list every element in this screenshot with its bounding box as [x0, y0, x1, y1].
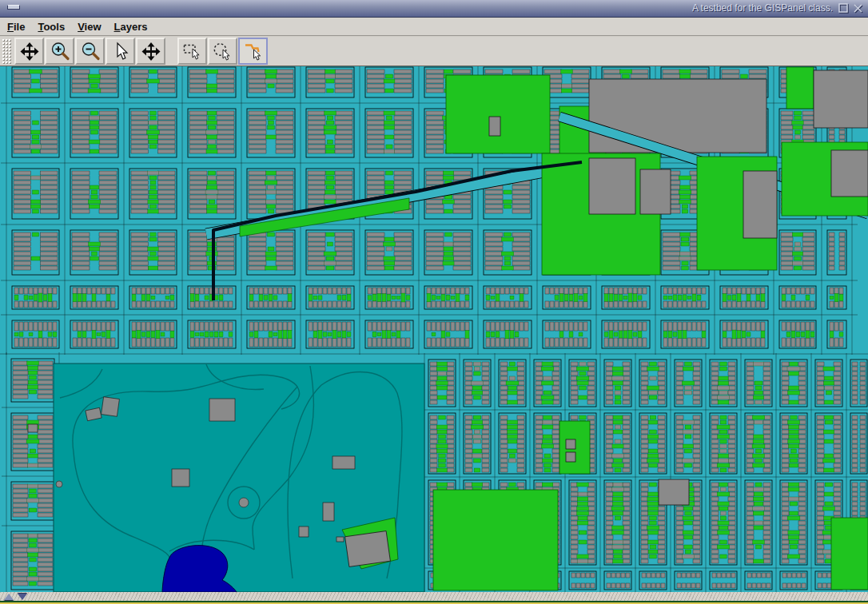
close-button[interactable]	[853, 3, 865, 15]
rect-select-tool-button[interactable]	[177, 38, 207, 65]
titlebar[interactable]: A testbed for the GISPanel class.	[0, 0, 868, 18]
pan-tool-button[interactable]	[14, 38, 44, 65]
dashed-circle-cursor-icon	[213, 42, 233, 62]
polyline-cursor-icon	[243, 42, 264, 62]
menu-item-layers[interactable]: Layers	[114, 21, 148, 33]
move-arrows-icon	[141, 42, 161, 62]
triangle-up-icon[interactable]	[4, 594, 14, 600]
zoom-in-tool-button[interactable]	[45, 38, 74, 65]
map-canvas[interactable]	[0, 66, 868, 592]
polyline-select-tool-button[interactable]	[238, 38, 268, 65]
gis-map[interactable]	[0, 66, 868, 592]
toolbar-grip[interactable]	[2, 38, 12, 65]
menu-item-tools[interactable]: Tools	[38, 21, 65, 33]
magnifier-minus-icon	[80, 42, 101, 62]
triangle-down-icon[interactable]	[18, 594, 27, 600]
window-menu-dash-icon[interactable]	[7, 5, 20, 10]
square-icon	[838, 3, 850, 15]
menu-item-file[interactable]: File	[7, 21, 25, 33]
x-icon	[853, 3, 865, 15]
toolbar-separator	[166, 38, 177, 65]
move-arrows-icon	[19, 42, 40, 62]
cursor-arrow-icon	[110, 42, 131, 62]
app-window: A testbed for the GISPanel class. FileTo…	[0, 0, 868, 604]
zoom-out-tool-button[interactable]	[75, 38, 105, 65]
magnifier-plus-icon	[50, 42, 70, 62]
maximize-button[interactable]	[838, 3, 850, 15]
scroll-strip[interactable]	[0, 592, 868, 601]
menu-item-view[interactable]: View	[78, 21, 101, 33]
circle-select-tool-button[interactable]	[208, 38, 237, 65]
select-tool-button[interactable]	[106, 38, 135, 65]
menubar: FileToolsViewLayers	[0, 18, 868, 36]
dashed-rect-cursor-icon	[182, 42, 203, 62]
toolbar	[0, 37, 868, 66]
pan-tool-2-button[interactable]	[136, 38, 165, 65]
window-title: A testbed for the GISPanel class.	[692, 0, 833, 18]
